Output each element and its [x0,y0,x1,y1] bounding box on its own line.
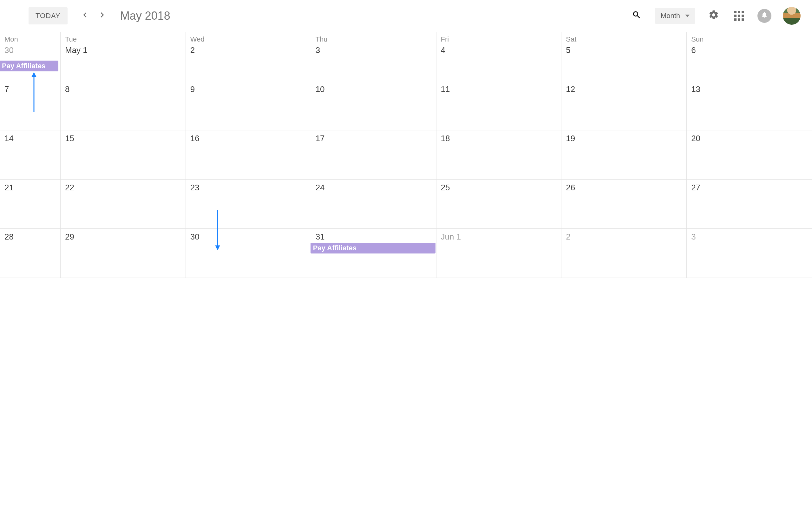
day-cell[interactable]: 10 [311,81,436,130]
prev-month-button[interactable] [78,8,93,24]
day-cell[interactable]: 15 [61,130,186,180]
day-cell[interactable]: 28 [0,229,61,278]
day-cell[interactable]: 16 [186,130,311,180]
search-button[interactable] [629,9,643,23]
month-title: May 2018 [120,9,170,23]
day-number: 9 [190,84,306,94]
calendar-grid: Mon30Pay AffiliatesTueMay 1Wed2Thu3Fri4S… [0,32,812,278]
day-cell[interactable]: 8 [61,81,186,130]
day-number: 24 [316,183,432,193]
day-number: 30 [4,45,56,55]
day-number: 30 [190,232,306,242]
day-cell[interactable]: 14 [0,130,61,180]
day-cell[interactable]: 3 [687,229,812,278]
day-number: 2 [566,232,682,242]
day-cell[interactable]: Thu3 [311,32,436,81]
day-cell[interactable]: 20 [687,130,812,180]
day-number: 5 [566,45,682,55]
day-cell[interactable]: 11 [436,81,562,130]
gear-icon [708,10,719,22]
day-cell[interactable]: 17 [311,130,436,180]
day-cell[interactable]: Sun6 [687,32,812,81]
day-cell[interactable]: 23 [186,180,311,229]
day-cell[interactable]: 30 [186,229,311,278]
day-cell[interactable]: 19 [562,130,687,180]
svg-marker-3 [215,245,220,250]
day-number: 18 [441,133,557,143]
day-number: 20 [691,133,807,143]
day-cell[interactable]: 22 [61,180,186,229]
day-number: 2 [190,45,306,55]
day-number: 11 [441,84,557,94]
view-select[interactable]: Month [655,8,695,24]
day-number: 26 [566,183,682,193]
day-cell[interactable]: 9 [186,81,311,130]
svg-marker-1 [32,72,36,77]
apps-button[interactable] [732,9,746,23]
day-number: 3 [691,232,807,242]
apps-grid-icon [734,11,744,21]
day-cell[interactable]: 13 [687,81,812,130]
day-cell[interactable]: 24 [311,180,436,229]
day-cell[interactable]: 29 [61,229,186,278]
day-cell[interactable]: 26 [562,180,687,229]
chevron-right-icon [98,11,105,20]
day-number: 6 [691,45,807,55]
day-number: 7 [4,84,56,94]
day-number: 19 [566,133,682,143]
weekday-label: Tue [65,35,181,43]
day-number: 13 [691,84,807,94]
header-right: Month [629,7,806,25]
day-number: 4 [441,45,557,55]
settings-button[interactable] [707,9,721,23]
day-cell[interactable]: Jun 1 [436,229,562,278]
day-cell[interactable]: TueMay 1 [61,32,186,81]
weekday-label: Mon [4,35,56,43]
day-cell[interactable]: 12 [562,81,687,130]
weekday-label: Sat [566,35,682,43]
day-number: 23 [190,183,306,193]
chevron-left-icon [82,11,89,20]
annotation-arrow-up [31,72,37,112]
day-cell[interactable]: Wed2 [186,32,311,81]
user-avatar[interactable] [783,7,801,25]
today-button[interactable]: TODAY [29,7,68,25]
weekday-label: Sun [691,35,807,43]
day-cell[interactable]: 31Pay Affiliates [311,229,436,278]
day-number: 28 [4,232,56,242]
notifications-button[interactable] [757,9,771,23]
month-nav [78,8,110,24]
search-icon [632,10,641,22]
day-number: 17 [316,133,432,143]
calendar-event[interactable]: Pay Affiliates [310,243,435,254]
day-cell[interactable]: 25 [436,180,562,229]
day-number: 31 [316,232,432,242]
annotation-arrow-down [214,210,221,250]
day-cell[interactable]: Fri4 [436,32,562,81]
day-number: 14 [4,133,56,143]
day-number: 16 [190,133,306,143]
view-select-label: Month [661,12,680,20]
day-cell[interactable]: 21 [0,180,61,229]
weekday-label: Fri [441,35,557,43]
dropdown-triangle-icon [685,15,690,17]
day-cell[interactable]: 2 [562,229,687,278]
day-number: 3 [316,45,432,55]
day-number: 21 [4,183,56,193]
calendar-header: TODAY May 2018 Month [0,0,812,32]
day-cell[interactable]: 7 [0,81,61,130]
day-number: 22 [65,183,181,193]
day-cell[interactable]: 18 [436,130,562,180]
header-left: TODAY May 2018 [0,7,170,25]
weekday-label: Thu [316,35,432,43]
day-number: 25 [441,183,557,193]
day-cell[interactable]: Mon30Pay Affiliates [0,32,61,81]
day-number: Jun 1 [441,232,557,242]
next-month-button[interactable] [94,8,110,24]
calendar-event[interactable]: Pay Affiliates [0,61,58,71]
day-cell[interactable]: Sat5 [562,32,687,81]
day-number: 8 [65,84,181,94]
weekday-label: Wed [190,35,306,43]
day-number: 15 [65,133,181,143]
day-cell[interactable]: 27 [687,180,812,229]
